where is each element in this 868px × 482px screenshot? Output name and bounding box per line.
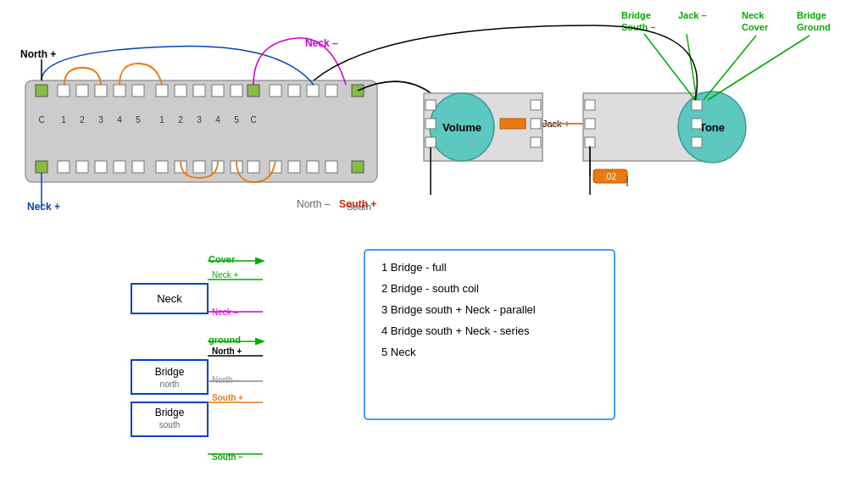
svg-text:Neck: Neck — [742, 10, 765, 20]
svg-rect-52 — [426, 137, 436, 147]
svg-rect-18 — [36, 161, 47, 173]
svg-text:1: 1 — [159, 115, 164, 125]
neck-plus-wire-label: Neck + — [212, 270, 239, 280]
svg-rect-7 — [156, 85, 168, 97]
north-plus-wire-label: North + — [212, 346, 242, 356]
svg-rect-66 — [692, 119, 702, 129]
svg-rect-29 — [248, 161, 259, 173]
legend-item-1: 1 Bridge - full — [381, 261, 447, 274]
svg-text:C: C — [250, 115, 256, 125]
svg-rect-65 — [692, 100, 702, 110]
svg-rect-6 — [132, 85, 144, 97]
svg-rect-11 — [231, 85, 242, 97]
north-minus-label: North – — [297, 198, 331, 210]
svg-rect-22 — [114, 161, 125, 173]
neck-minus-label: Neck – — [305, 37, 338, 49]
svg-rect-54 — [531, 119, 541, 129]
svg-text:4: 4 — [117, 115, 122, 125]
svg-text:Bridge: Bridge — [621, 10, 651, 20]
svg-rect-12 — [248, 85, 259, 97]
svg-rect-13 — [270, 85, 281, 97]
svg-text:Tone: Tone — [699, 121, 725, 134]
svg-text:3: 3 — [197, 115, 202, 125]
svg-text:Ground: Ground — [797, 22, 831, 32]
north-minus-wire-label: North – — [212, 375, 240, 385]
svg-rect-20 — [76, 161, 88, 173]
svg-rect-55 — [531, 137, 541, 147]
svg-text:2: 2 — [80, 115, 85, 125]
svg-rect-19 — [58, 161, 70, 173]
svg-rect-15 — [307, 85, 319, 97]
svg-text:.02: .02 — [604, 172, 616, 181]
svg-rect-56 — [500, 119, 526, 129]
svg-text:C: C — [38, 115, 44, 125]
legend-item-2: 2 Bridge - south coil — [381, 282, 479, 295]
svg-rect-2 — [58, 85, 70, 97]
south-middle-label: South — [347, 202, 371, 212]
legend-item-3: 3 Bridge south + Neck - parallel — [381, 303, 536, 316]
svg-rect-32 — [307, 161, 319, 173]
cover-label: Cover — [209, 254, 236, 264]
svg-text:south: south — [159, 420, 180, 429]
svg-rect-26 — [193, 161, 205, 173]
svg-text:Bridge: Bridge — [155, 366, 185, 378]
svg-text:Jack –: Jack – — [678, 10, 707, 20]
svg-rect-67 — [692, 137, 702, 147]
neck-box-label: Neck — [157, 292, 182, 305]
wiring-diagram: C 1 2 3 4 5 1 2 3 4 5 C Volume — [0, 0, 868, 482]
svg-rect-16 — [326, 85, 337, 97]
svg-text:5: 5 — [234, 115, 239, 125]
svg-rect-23 — [132, 161, 144, 173]
svg-rect-8 — [175, 85, 186, 97]
svg-text:Volume: Volume — [442, 121, 481, 134]
svg-text:2: 2 — [178, 115, 183, 125]
svg-rect-34 — [352, 161, 364, 173]
svg-rect-33 — [326, 161, 337, 173]
svg-text:Cover: Cover — [742, 22, 769, 32]
svg-text:north: north — [160, 380, 180, 389]
south-plus-wire-label: South + — [212, 393, 243, 402]
svg-line-84 — [708, 36, 810, 100]
svg-rect-14 — [288, 85, 300, 97]
svg-text:Bridge: Bridge — [797, 10, 826, 20]
ground-label: ground — [209, 335, 241, 345]
svg-rect-24 — [156, 161, 168, 173]
svg-rect-4 — [95, 85, 107, 97]
svg-text:4: 4 — [215, 115, 220, 125]
svg-rect-63 — [585, 119, 595, 129]
svg-rect-10 — [212, 85, 224, 97]
svg-rect-1 — [36, 85, 47, 97]
svg-text:3: 3 — [98, 115, 103, 125]
svg-rect-3 — [76, 85, 88, 97]
legend-item-4: 4 Bridge south + Neck - series — [381, 324, 530, 337]
svg-rect-53 — [531, 100, 541, 110]
svg-line-81 — [644, 34, 695, 100]
north-plus-label: North + — [20, 48, 56, 60]
svg-rect-62 — [585, 100, 595, 110]
svg-text:1: 1 — [61, 115, 66, 125]
svg-text:5: 5 — [136, 115, 141, 125]
svg-rect-51 — [426, 119, 436, 129]
legend-item-5: 5 Neck — [381, 346, 416, 358]
svg-rect-5 — [114, 85, 125, 97]
svg-rect-9 — [193, 85, 205, 97]
svg-rect-21 — [95, 161, 107, 173]
svg-rect-50 — [426, 100, 436, 110]
svg-text:Bridge: Bridge — [155, 407, 185, 418]
neck-plus-label: Neck + — [27, 201, 60, 213]
svg-rect-31 — [288, 161, 300, 173]
svg-line-83 — [704, 36, 756, 100]
